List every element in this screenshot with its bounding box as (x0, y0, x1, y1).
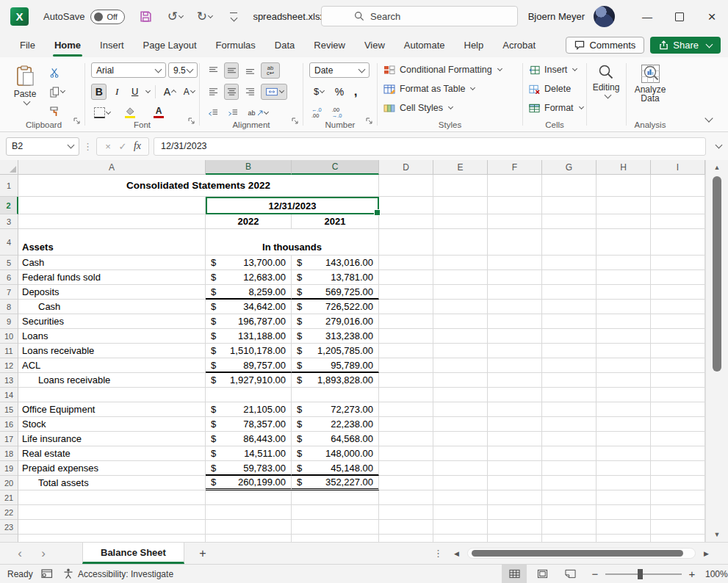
cell-title-a1[interactable]: Consolidated Statements 2022 (18, 175, 379, 197)
zoom-out-button[interactable]: − (590, 568, 600, 580)
select-all-button[interactable] (0, 160, 18, 175)
analyze-data-button[interactable]: Analyze Data (628, 57, 672, 103)
cell-e21[interactable] (433, 490, 488, 505)
vertical-scrollbar-thumb[interactable] (713, 176, 721, 372)
row-header-7[interactable]: 7 (0, 285, 18, 300)
editing-button[interactable]: Editing (588, 57, 624, 98)
row-header-5[interactable]: 5 (0, 256, 18, 270)
cell-h8[interactable] (597, 300, 651, 314)
cell-f16[interactable] (488, 417, 542, 432)
search-input[interactable]: Search (321, 6, 518, 26)
cell-d2[interactable] (379, 197, 433, 214)
column-header-i[interactable]: I (651, 160, 705, 175)
cell-f20[interactable] (488, 476, 542, 490)
cell-i21[interactable] (651, 490, 705, 505)
row-header-12[interactable]: 12 (0, 358, 18, 373)
column-header-g[interactable]: G (542, 160, 597, 175)
cell-b3[interactable]: 2022 (206, 214, 292, 229)
cell-g7[interactable] (542, 285, 597, 300)
cell-e10[interactable] (433, 329, 488, 344)
delete-cells-button[interactable]: Delete (525, 79, 585, 98)
minimize-button[interactable]: — (631, 0, 663, 33)
cut-button[interactable] (46, 65, 63, 81)
zoom-in-button[interactable]: + (687, 568, 697, 580)
cell-c6[interactable]: $13,781.00 (292, 270, 379, 285)
cell-g4[interactable] (542, 229, 597, 256)
row-header-19[interactable]: 19 (0, 461, 18, 476)
alignment-dialog-launcher[interactable] (291, 115, 299, 128)
cell-h7[interactable] (597, 285, 651, 300)
cell-b20[interactable]: $260,199.00 (206, 476, 292, 490)
ribbon-tab-page-layout[interactable]: Page Layout (134, 35, 206, 56)
cell-d22[interactable] (379, 505, 433, 520)
cell-f12[interactable] (488, 358, 542, 373)
cell-b22[interactable] (206, 505, 292, 520)
expand-formula-bar-button[interactable] (706, 145, 728, 148)
cell-i14[interactable] (651, 388, 705, 402)
cell-g21[interactable] (542, 490, 597, 505)
cell-c14[interactable] (292, 388, 379, 402)
previous-sheet-button[interactable]: ‹ (10, 543, 29, 564)
cell-d5[interactable] (379, 256, 433, 270)
font-size-combobox[interactable]: 9.5 (168, 62, 198, 78)
ribbon-tab-formulas[interactable]: Formulas (206, 35, 265, 56)
cell-f13[interactable] (488, 373, 542, 388)
cell-f21[interactable] (488, 490, 542, 505)
cell-i13[interactable] (651, 373, 705, 388)
cell-d17[interactable] (379, 432, 433, 446)
cell-a2[interactable] (18, 197, 206, 214)
cell-g14[interactable] (542, 388, 597, 402)
cell-f1[interactable] (488, 175, 542, 197)
cell-c7[interactable]: $569,725.00 (292, 285, 379, 300)
cell-f14[interactable] (488, 388, 542, 402)
cell-h12[interactable] (597, 358, 651, 373)
customize-quick-access-button[interactable] (225, 8, 242, 26)
conditional-formatting-button[interactable]: Conditional Formatting (379, 60, 521, 79)
scroll-right-icon[interactable]: ▶ (704, 543, 709, 564)
underline-dropdown-icon[interactable] (145, 88, 151, 93)
cell-g20[interactable] (542, 476, 597, 490)
cell-c9[interactable]: $279,016.00 (292, 314, 379, 329)
new-sheet-button[interactable]: + (192, 543, 213, 564)
cell-g16[interactable] (542, 417, 597, 432)
row-header-9[interactable]: 9 (0, 314, 18, 329)
row-header-11[interactable]: 11 (0, 344, 18, 358)
ribbon-tab-view[interactable]: View (355, 35, 394, 56)
cell-b19[interactable]: $59,783.00 (206, 461, 292, 476)
increase-decimal-button[interactable]: ←.0.00 (309, 106, 324, 119)
cell-a18[interactable]: Real estate (18, 446, 206, 461)
cell-d1[interactable] (379, 175, 433, 197)
cell-e15[interactable] (433, 402, 488, 417)
cell-d6[interactable] (379, 270, 433, 285)
cell-b24[interactable] (206, 535, 292, 542)
cell-g2[interactable] (542, 197, 597, 214)
cell-e6[interactable] (433, 270, 488, 285)
collapse-ribbon-button[interactable] (702, 111, 712, 124)
cell-g12[interactable] (542, 358, 597, 373)
cell-a21[interactable] (18, 490, 206, 505)
cell-a24[interactable] (18, 535, 206, 542)
sheet-tab-balance-sheet[interactable]: Balance Sheet (82, 543, 184, 564)
cell-f15[interactable] (488, 402, 542, 417)
cell-g15[interactable] (542, 402, 597, 417)
cell-d14[interactable] (379, 388, 433, 402)
align-left-button[interactable] (206, 84, 220, 100)
zoom-slider-thumb[interactable] (638, 569, 643, 579)
ribbon-tab-acrobat[interactable]: Acrobat (493, 35, 545, 56)
cell-b10[interactable]: $131,188.00 (206, 329, 292, 344)
cell-e13[interactable] (433, 373, 488, 388)
decrease-indent-button[interactable] (206, 105, 220, 121)
excel-app-icon[interactable]: X (10, 7, 29, 26)
cell-f8[interactable] (488, 300, 542, 314)
cell-a6[interactable]: Federal funds sold (18, 270, 206, 285)
cell-c15[interactable]: $72,273.00 (292, 402, 379, 417)
cell-c3[interactable]: 2021 (292, 214, 379, 229)
formula-input[interactable]: 12/31/2023 (154, 137, 706, 156)
cell-a5[interactable]: Cash (18, 256, 206, 270)
cell-e23[interactable] (433, 520, 488, 535)
cell-d3[interactable] (379, 214, 433, 229)
cell-e8[interactable] (433, 300, 488, 314)
cell-f24[interactable] (488, 535, 542, 542)
increase-indent-button[interactable] (226, 105, 240, 121)
ribbon-tab-home[interactable]: Home (45, 35, 90, 56)
